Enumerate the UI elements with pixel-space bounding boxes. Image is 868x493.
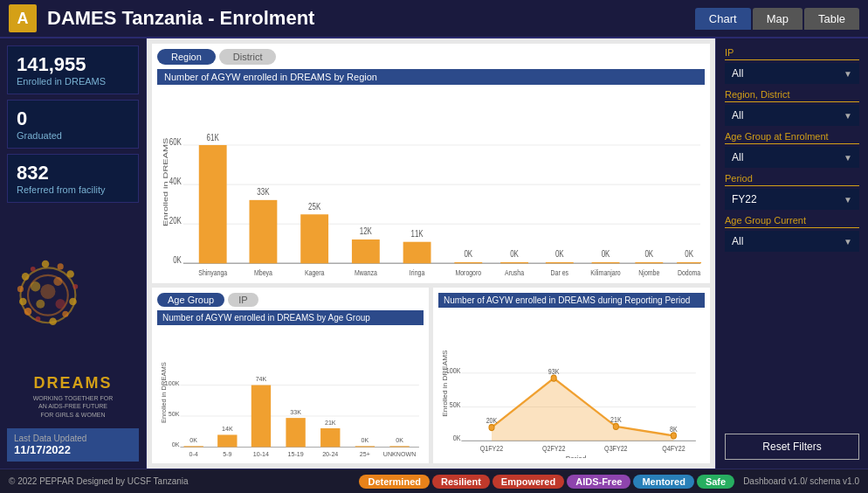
top-chart-tab-region[interactable]: Region (157, 49, 216, 65)
svg-point-13 (36, 316, 41, 322)
svg-text:33K: 33K (290, 407, 301, 415)
header-tab-map[interactable]: Map (753, 8, 803, 30)
svg-point-16 (53, 277, 62, 286)
age-chart-tabs: Age GroupIP (157, 293, 424, 307)
svg-text:Dodoma: Dodoma (678, 267, 701, 277)
footer: © 2022 PEPFAR Designed by UCSF Tanzania … (0, 469, 868, 493)
svg-text:0K: 0K (510, 248, 519, 260)
svg-text:20-24: 20-24 (322, 450, 338, 458)
svg-text:Kilimanjaro: Kilimanjaro (590, 267, 621, 277)
svg-text:60K: 60K (169, 136, 183, 148)
top-chart-title: Number of AGYW enrolled in DREAMS by Reg… (157, 69, 705, 85)
svg-text:Dar es: Dar es (551, 267, 568, 277)
top-chart-tab-district[interactable]: District (219, 49, 277, 65)
chevron-down-icon: ▼ (844, 237, 852, 246)
sidebar-left: 141,955Enrolled in DREAMS0Graduated832Re… (0, 38, 147, 469)
filter-group-age-group-at-enrolment: Age Group at Enrolment All ▼ (725, 131, 859, 168)
filter-select[interactable]: All ▼ (725, 147, 859, 168)
svg-point-3 (17, 286, 24, 292)
header-tab-chart[interactable]: Chart (695, 8, 751, 30)
dreams-logo-area: DREAMS WORKING TOGETHER FORAN AIDS-FREE … (7, 208, 139, 428)
footer-pills: DeterminedResilientEmpoweredAIDS-FreeMen… (359, 475, 734, 489)
svg-point-94 (551, 375, 556, 381)
bottom-row: Age GroupIP Number of AGYW enrolled in D… (152, 288, 710, 463)
svg-text:Kagera: Kagera (305, 267, 325, 277)
period-chart-svg: Enrolled in DREAMS 0K 50K 100K (438, 309, 705, 458)
bar-dares (546, 262, 574, 263)
stat-label: Graduated (17, 130, 129, 141)
footer-pill-determined: Determined (359, 475, 430, 489)
filter-select[interactable]: FY22 ▼ (725, 189, 859, 210)
footer-copyright: © 2022 PEPFAR Designed by UCSF Tanzania (9, 476, 189, 486)
footer-pill-mentored: Mentored (633, 475, 694, 489)
svg-text:93K: 93K (548, 367, 560, 376)
stat-box: 0Graduated (7, 100, 139, 149)
svg-point-7 (58, 263, 64, 269)
svg-text:Mwanza: Mwanza (355, 267, 377, 277)
bar-arusha (500, 262, 528, 263)
svg-point-17 (55, 299, 65, 309)
svg-text:0K: 0K (173, 254, 182, 266)
content-area: RegionDistrict Number of AGYW enrolled i… (147, 38, 715, 469)
last-updated-label: Last Data Updated (14, 434, 132, 443)
filter-value: FY22 (732, 193, 757, 205)
filter-value: All (732, 67, 743, 80)
last-updated-date: 11/17/2022 (14, 443, 132, 456)
bar-morogoro (454, 262, 482, 263)
svg-point-19 (40, 284, 55, 299)
bar-dodoma (677, 262, 701, 263)
period-chart-title: Number of AGYW enrolled in DREAMS during… (438, 293, 705, 308)
svg-text:0K: 0K (644, 248, 653, 260)
svg-text:10-14: 10-14 (253, 450, 269, 458)
bar-kilimanjaro (592, 262, 620, 263)
top-chart-container: Enrolled in DREAMS 0K 20K 40K 60K (157, 87, 705, 278)
svg-point-4 (19, 298, 27, 306)
svg-text:0K: 0K (172, 441, 180, 448)
svg-text:Shinyanga: Shinyanga (198, 267, 227, 277)
stat-box: 832Referred from facility (7, 154, 139, 203)
filter-select[interactable]: All ▼ (725, 105, 859, 126)
filter-label: Age Group Current (725, 215, 859, 228)
svg-rect-68 (251, 385, 271, 447)
filter-select[interactable]: All ▼ (725, 231, 859, 252)
reset-filters-button[interactable]: Reset Filters (725, 434, 859, 460)
period-chart-container: Enrolled in DREAMS 0K 50K 100K (438, 309, 705, 458)
svg-text:0K: 0K (396, 436, 403, 444)
svg-text:0K: 0K (464, 248, 472, 260)
svg-text:33K: 33K (257, 186, 270, 198)
svg-point-6 (42, 260, 50, 268)
filter-label: IP (725, 47, 859, 60)
svg-text:Arusha: Arusha (505, 267, 524, 277)
filter-label: Period (725, 173, 859, 186)
filter-group-period: Period FY22 ▼ (725, 173, 859, 210)
header-tab-table[interactable]: Table (804, 8, 859, 30)
chevron-down-icon: ▼ (844, 153, 852, 163)
svg-text:Q1FY22: Q1FY22 (480, 444, 503, 453)
top-chart-panel: RegionDistrict Number of AGYW enrolled i… (152, 44, 710, 283)
svg-text:0K: 0K (685, 248, 693, 260)
bar-shinyanga (199, 145, 227, 263)
age-chart-tab-age-group[interactable]: Age Group (157, 293, 224, 307)
svg-point-14 (24, 308, 32, 316)
footer-pill-aidsfree: AIDS-Free (567, 475, 630, 489)
top-chart-tabs: RegionDistrict (157, 49, 705, 65)
svg-rect-80 (389, 446, 409, 447)
svg-text:14K: 14K (222, 425, 233, 433)
bar-iringa (403, 242, 431, 264)
age-chart-svg: Enrolled in DREAMS 0K 50K 100K 0K 0- (157, 327, 424, 458)
filter-select[interactable]: All ▼ (725, 63, 859, 84)
svg-text:Q3FY22: Q3FY22 (604, 444, 627, 453)
svg-text:100K: 100K (446, 366, 461, 375)
svg-text:Mbeya: Mbeya (254, 267, 272, 277)
stat-number: 0 (17, 108, 129, 130)
filter-group-ip: IP All ▼ (725, 47, 859, 84)
svg-rect-74 (320, 428, 340, 447)
filter-group-age-group-current: Age Group Current All ▼ (725, 215, 859, 252)
svg-text:8K: 8K (670, 425, 679, 434)
stat-label: Referred from facility (17, 184, 129, 195)
filter-value: All (732, 109, 743, 122)
svg-point-93 (489, 424, 494, 430)
period-chart-panel: Number of AGYW enrolled in DREAMS during… (433, 288, 710, 463)
filter-label: Region, District (725, 89, 859, 102)
age-chart-tab-ip[interactable]: IP (228, 293, 258, 307)
